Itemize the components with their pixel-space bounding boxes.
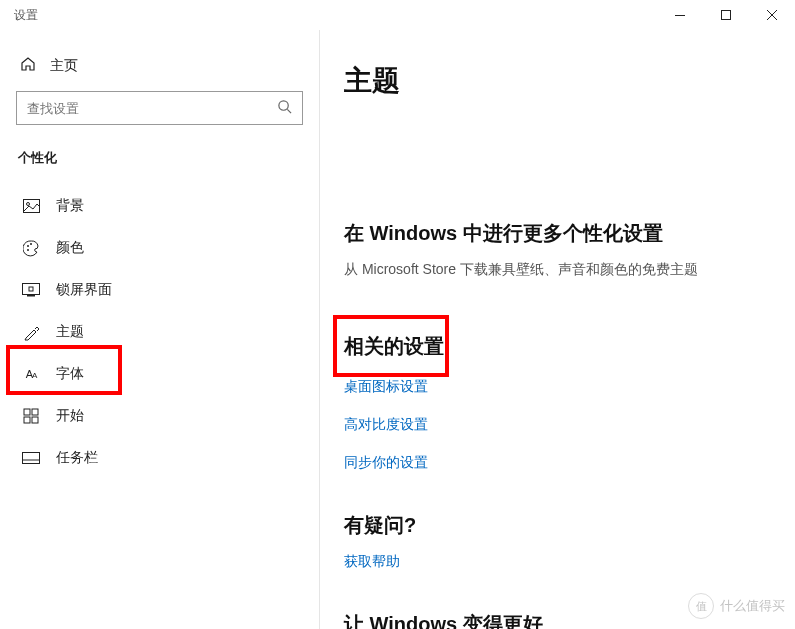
watermark-icon: 值 xyxy=(688,593,714,619)
nav-fonts[interactable]: AA 字体 xyxy=(16,353,303,395)
svg-point-8 xyxy=(27,245,29,247)
nav-lockscreen[interactable]: 锁屏界面 xyxy=(16,269,303,311)
close-button[interactable] xyxy=(749,0,795,30)
svg-rect-18 xyxy=(23,453,40,464)
svg-point-9 xyxy=(30,243,32,245)
svg-rect-0 xyxy=(675,15,685,16)
svg-rect-1 xyxy=(722,11,731,20)
search-icon xyxy=(277,99,292,118)
help-heading: 有疑问? xyxy=(344,512,771,539)
page-title: 主题 xyxy=(344,62,771,100)
svg-rect-13 xyxy=(29,287,33,291)
close-icon xyxy=(767,10,777,20)
nav-label: 颜色 xyxy=(56,239,84,257)
image-icon xyxy=(22,199,40,213)
related-settings-heading: 相关的设置 xyxy=(344,333,771,360)
maximize-icon xyxy=(721,10,731,20)
link-high-contrast[interactable]: 高对比度设置 xyxy=(344,416,771,434)
nav-label: 任务栏 xyxy=(56,449,98,467)
main-content: 主题 在 Windows 中进行更多个性化设置 从 Microsoft Stor… xyxy=(320,30,795,629)
nav-label: 锁屏界面 xyxy=(56,281,112,299)
svg-line-5 xyxy=(287,109,291,113)
svg-point-7 xyxy=(26,203,29,206)
svg-rect-16 xyxy=(24,417,30,423)
nav-label: 开始 xyxy=(56,407,84,425)
nav-background[interactable]: 背景 xyxy=(16,185,303,227)
maximize-button[interactable] xyxy=(703,0,749,30)
minimize-button[interactable] xyxy=(657,0,703,30)
fonts-icon: AA xyxy=(22,368,40,380)
palette-icon xyxy=(22,240,40,257)
window-controls xyxy=(657,0,795,30)
nav-label: 字体 xyxy=(56,365,84,383)
svg-rect-14 xyxy=(24,409,30,415)
search-box[interactable] xyxy=(16,91,303,125)
sidebar: 主页 个性化 背景 颜色 锁屏界面 xyxy=(0,30,320,629)
link-get-help[interactable]: 获取帮助 xyxy=(344,553,771,571)
svg-rect-19 xyxy=(23,460,40,464)
taskbar-icon xyxy=(22,452,40,464)
svg-rect-12 xyxy=(27,295,35,297)
watermark-text: 什么值得买 xyxy=(720,597,785,615)
window-title: 设置 xyxy=(14,7,38,24)
home-icon xyxy=(20,56,36,75)
svg-rect-6 xyxy=(23,200,39,213)
svg-point-4 xyxy=(279,100,288,109)
nav-colors[interactable]: 颜色 xyxy=(16,227,303,269)
nav-label: 背景 xyxy=(56,197,84,215)
minimize-icon xyxy=(675,15,685,16)
nav-themes[interactable]: 主题 xyxy=(16,311,303,353)
svg-rect-15 xyxy=(32,409,38,415)
watermark: 值 什么值得买 xyxy=(688,593,785,619)
more-personalization-sub: 从 Microsoft Store 下载兼具壁纸、声音和颜色的免费主题 xyxy=(344,261,771,279)
svg-rect-17 xyxy=(32,417,38,423)
home-label: 主页 xyxy=(50,57,78,75)
section-title: 个性化 xyxy=(16,149,303,167)
home-nav[interactable]: 主页 xyxy=(16,50,303,91)
link-sync-settings[interactable]: 同步你的设置 xyxy=(344,454,771,472)
svg-rect-11 xyxy=(23,284,40,295)
nav-label: 主题 xyxy=(56,323,84,341)
themes-icon xyxy=(22,324,40,341)
svg-point-10 xyxy=(27,249,29,251)
more-personalization-heading: 在 Windows 中进行更多个性化设置 xyxy=(344,220,771,247)
nav-start[interactable]: 开始 xyxy=(16,395,303,437)
nav-taskbar[interactable]: 任务栏 xyxy=(16,437,303,479)
link-desktop-icons[interactable]: 桌面图标设置 xyxy=(344,378,771,396)
lockscreen-icon xyxy=(22,283,40,297)
start-icon xyxy=(22,408,40,424)
search-input[interactable] xyxy=(27,101,277,116)
